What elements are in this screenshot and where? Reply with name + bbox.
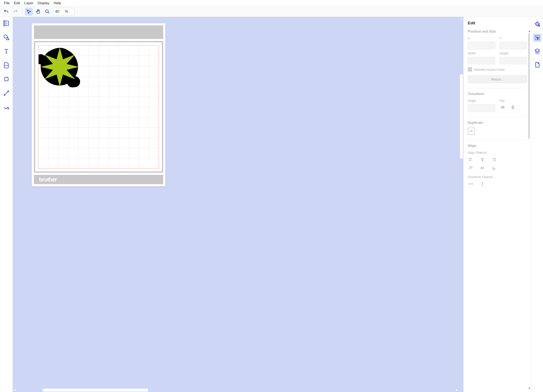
scroll-up-icon[interactable]: ▲ bbox=[460, 17, 463, 20]
scroll-thumb-v[interactable] bbox=[460, 74, 463, 159]
svg-point-0 bbox=[45, 10, 48, 12]
artwork-shape[interactable] bbox=[39, 46, 81, 88]
select-tool-button[interactable] bbox=[25, 8, 33, 16]
svg-rect-28 bbox=[492, 170, 496, 170]
svg-rect-16 bbox=[482, 158, 483, 161]
menu-file[interactable]: File bbox=[2, 0, 12, 6]
shapes-tool-icon[interactable] bbox=[2, 33, 11, 41]
svg-point-9 bbox=[69, 76, 80, 87]
panel-scroll-thumb[interactable] bbox=[528, 33, 530, 139]
svg-point-4 bbox=[4, 35, 7, 38]
svg-rect-31 bbox=[469, 183, 470, 185]
divider bbox=[468, 88, 527, 88]
svg-rect-36 bbox=[481, 185, 483, 186]
panel-scrollbar[interactable]: ▲ ▼ bbox=[528, 30, 530, 390]
pan-tool-button[interactable] bbox=[34, 8, 42, 16]
cutting-mat bbox=[34, 41, 163, 173]
aspect-ratio-label: Maintain Aspect Ratio bbox=[474, 68, 505, 71]
draw-tool-icon[interactable] bbox=[2, 103, 11, 111]
zoom-unit: % bbox=[65, 9, 68, 14]
svg-text:SVG: SVG bbox=[5, 65, 8, 66]
svg-rect-17 bbox=[481, 158, 484, 159]
align-top-icon[interactable] bbox=[468, 165, 474, 171]
duplicate-button[interactable] bbox=[468, 128, 475, 135]
trace-tool-icon[interactable] bbox=[2, 19, 11, 28]
menu-edit[interactable]: Edit bbox=[12, 0, 22, 6]
svg-rect-22 bbox=[469, 166, 473, 166]
svg-rect-26 bbox=[481, 167, 482, 169]
transform-heading: Transform bbox=[468, 92, 527, 96]
menu-layer[interactable]: Layer bbox=[22, 0, 36, 6]
align-center-h-icon[interactable] bbox=[479, 156, 486, 163]
align-right-icon[interactable] bbox=[491, 156, 497, 163]
duplicate-heading: Duplicate bbox=[468, 121, 527, 125]
position-size-heading: Position and Size bbox=[468, 30, 527, 33]
align-bottom-icon[interactable] bbox=[491, 165, 497, 171]
horizontal-scrollbar[interactable]: ◀ ▶ bbox=[13, 388, 459, 392]
svg-rect-25 bbox=[481, 168, 484, 168]
svg-rect-18 bbox=[481, 160, 483, 161]
flip-horizontal-icon[interactable] bbox=[500, 104, 506, 110]
x-label: X bbox=[468, 36, 495, 40]
distribute-v-icon[interactable] bbox=[479, 181, 486, 187]
height-label: Height bbox=[500, 51, 527, 55]
distribute-h-icon[interactable] bbox=[468, 181, 474, 187]
zoom-input[interactable]: 40 % ⌃⌄ bbox=[53, 8, 74, 16]
canvas-area[interactable]: brother ▲ ◀ ▶ bbox=[13, 17, 463, 392]
svg-point-7 bbox=[8, 91, 9, 92]
page-top-band bbox=[34, 25, 163, 39]
page-bottom-band: brother bbox=[34, 175, 163, 184]
aspect-ratio-checkbox[interactable]: ✓ bbox=[468, 67, 472, 72]
svg-rect-27 bbox=[483, 167, 484, 169]
align-objects-label: Align Objects bbox=[468, 151, 527, 154]
svg-tool-icon[interactable]: SVG bbox=[2, 61, 11, 69]
line-tool-icon[interactable] bbox=[2, 89, 11, 97]
fill-panel-icon[interactable] bbox=[533, 20, 542, 28]
angle-input[interactable]: ⌃⌄ bbox=[468, 104, 495, 112]
scroll-right-icon[interactable]: ▶ bbox=[456, 388, 458, 391]
edit-panel-icon[interactable] bbox=[533, 33, 542, 42]
menu-display[interactable]: Display bbox=[35, 0, 51, 6]
svg-rect-23 bbox=[470, 167, 470, 169]
svg-rect-12 bbox=[511, 107, 515, 108]
edit-panel: Edit Position and Size X ⌃⌄ Y ⌃⌄ Width ⌃… bbox=[463, 17, 531, 392]
svg-rect-13 bbox=[469, 158, 469, 161]
redo-button[interactable] bbox=[11, 8, 19, 16]
width-label: Width bbox=[468, 51, 495, 55]
zoom-tool-button[interactable] bbox=[43, 8, 51, 16]
vertical-scrollbar[interactable]: ▲ bbox=[459, 17, 463, 388]
resize-button[interactable]: Resize... bbox=[468, 75, 527, 83]
puzzle-tool-icon[interactable] bbox=[2, 75, 11, 83]
right-rail bbox=[531, 17, 543, 392]
height-input[interactable]: ⌃⌄ bbox=[500, 57, 527, 64]
svg-rect-11 bbox=[503, 105, 503, 109]
scroll-left-icon[interactable]: ◀ bbox=[14, 388, 16, 391]
zoom-value: 40 bbox=[55, 9, 64, 14]
scroll-thumb-h[interactable] bbox=[42, 389, 148, 392]
menu-help[interactable]: Help bbox=[51, 0, 63, 6]
svg-rect-32 bbox=[471, 183, 471, 185]
panel-scroll-up-icon[interactable]: ▲ bbox=[528, 30, 531, 33]
undo-button[interactable] bbox=[2, 8, 10, 16]
x-input[interactable]: ⌃⌄ bbox=[468, 42, 495, 49]
layers-panel-icon[interactable] bbox=[533, 47, 542, 55]
svg-rect-24 bbox=[471, 167, 472, 168]
svg-rect-21 bbox=[494, 160, 495, 161]
svg-rect-33 bbox=[472, 183, 473, 185]
menubar: File Edit Layer Display Help bbox=[0, 0, 543, 6]
svg-rect-29 bbox=[492, 167, 493, 169]
width-input[interactable]: ⌃⌄ bbox=[468, 57, 495, 64]
divider bbox=[468, 140, 527, 140]
align-left-icon[interactable] bbox=[468, 156, 474, 163]
flip-vertical-icon[interactable] bbox=[510, 104, 516, 110]
panel-scroll-down-icon[interactable]: ▼ bbox=[528, 387, 531, 390]
text-tool-icon[interactable] bbox=[2, 47, 11, 55]
document-panel-icon[interactable] bbox=[533, 61, 542, 69]
zoom-spinner[interactable]: ⌃⌄ bbox=[70, 9, 74, 14]
angle-label: Angle bbox=[468, 99, 495, 102]
align-center-v-icon[interactable] bbox=[479, 165, 486, 171]
align-heading: Align bbox=[468, 144, 527, 148]
y-input[interactable]: ⌃⌄ bbox=[500, 42, 527, 49]
y-label: Y bbox=[500, 36, 527, 40]
panel-title: Edit bbox=[468, 21, 527, 25]
